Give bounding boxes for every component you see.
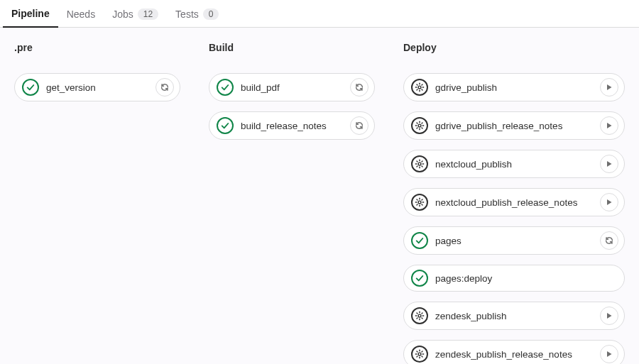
svg-point-27 bbox=[418, 201, 421, 204]
tab-label: Tests bbox=[175, 9, 199, 20]
job-name: gdrive_publish_release_notes bbox=[435, 121, 593, 131]
status-manual-icon bbox=[411, 155, 428, 172]
job-name: build_release_notes bbox=[241, 121, 343, 131]
stage-column: .preget_version bbox=[14, 42, 180, 111]
svg-line-53 bbox=[417, 356, 417, 357]
job-pill[interactable]: gdrive_publish_release_notes bbox=[403, 111, 625, 140]
status-manual-icon bbox=[411, 307, 428, 324]
tab-label: Jobs bbox=[112, 9, 133, 20]
svg-line-23 bbox=[417, 161, 417, 162]
svg-line-51 bbox=[422, 356, 422, 357]
svg-line-14 bbox=[417, 123, 417, 123]
retry-icon[interactable] bbox=[155, 78, 174, 96]
pipeline-tabs: PipelineNeedsJobs12Tests0 bbox=[0, 0, 639, 28]
svg-line-26 bbox=[417, 166, 417, 167]
tab-badge: 0 bbox=[203, 9, 219, 20]
play-icon[interactable] bbox=[600, 78, 618, 96]
job-pill[interactable]: build_pdf bbox=[209, 73, 375, 101]
tab-needs[interactable]: Needs bbox=[58, 1, 104, 28]
job-pill[interactable]: pages:deploy bbox=[403, 265, 625, 292]
job-pill[interactable]: gdrive_publish bbox=[403, 73, 625, 101]
tab-label: Pipeline bbox=[11, 8, 50, 19]
job-name: pages:deploy bbox=[435, 273, 618, 284]
svg-line-33 bbox=[422, 204, 422, 205]
svg-line-24 bbox=[422, 166, 422, 167]
status-passed-icon bbox=[411, 232, 428, 249]
svg-line-41 bbox=[417, 313, 417, 314]
status-passed-icon bbox=[217, 79, 234, 96]
play-icon[interactable] bbox=[600, 307, 618, 325]
stage-column: Deploygdrive_publishgdrive_publish_relea… bbox=[403, 42, 625, 364]
svg-line-17 bbox=[417, 128, 417, 128]
stage-title: Deploy bbox=[403, 42, 625, 53]
job-pill[interactable]: zendesk_publish bbox=[403, 302, 625, 330]
tab-label: Needs bbox=[67, 9, 95, 20]
svg-line-32 bbox=[417, 199, 417, 200]
job-name: get_version bbox=[46, 82, 148, 93]
svg-line-7 bbox=[422, 84, 422, 85]
tab-badge: 12 bbox=[138, 9, 158, 20]
svg-line-34 bbox=[422, 199, 422, 200]
job-name: nextcloud_publish_release_notes bbox=[435, 197, 593, 208]
status-manual-icon bbox=[411, 346, 428, 363]
tab-pipeline[interactable]: Pipeline bbox=[3, 1, 58, 28]
status-passed-icon bbox=[22, 79, 39, 96]
status-manual-icon bbox=[411, 194, 428, 211]
svg-line-5 bbox=[417, 84, 417, 85]
svg-line-50 bbox=[417, 351, 417, 352]
svg-point-18 bbox=[418, 162, 421, 165]
tab-tests[interactable]: Tests0 bbox=[167, 1, 227, 28]
play-icon[interactable] bbox=[600, 193, 618, 211]
svg-point-9 bbox=[418, 124, 421, 127]
svg-point-0 bbox=[418, 86, 421, 89]
play-icon[interactable] bbox=[600, 116, 618, 135]
svg-line-16 bbox=[422, 123, 422, 123]
retry-icon[interactable] bbox=[350, 78, 368, 96]
status-manual-icon bbox=[411, 79, 428, 96]
status-manual-icon bbox=[411, 117, 428, 134]
job-name: nextcloud_publish bbox=[435, 159, 593, 170]
play-icon[interactable] bbox=[600, 155, 618, 173]
job-pill[interactable]: build_release_notes bbox=[209, 111, 375, 140]
retry-icon[interactable] bbox=[600, 231, 618, 250]
job-pill[interactable]: pages bbox=[403, 226, 625, 255]
job-pill[interactable]: get_version bbox=[14, 73, 180, 101]
svg-line-35 bbox=[417, 204, 417, 205]
svg-point-45 bbox=[418, 353, 421, 355]
job-name: zendesk_publish bbox=[435, 311, 593, 321]
svg-line-8 bbox=[417, 89, 417, 90]
job-pill[interactable]: nextcloud_publish_release_notes bbox=[403, 188, 625, 216]
job-name: build_pdf bbox=[241, 82, 343, 93]
status-passed-icon bbox=[217, 117, 234, 134]
play-icon[interactable] bbox=[600, 345, 618, 363]
tab-jobs[interactable]: Jobs12 bbox=[104, 1, 167, 28]
retry-icon[interactable] bbox=[350, 116, 368, 135]
stage-title: .pre bbox=[14, 42, 180, 53]
status-passed-icon bbox=[411, 270, 428, 287]
pipeline-graph: .preget_versionBuildbuild_pdfbuild_relea… bbox=[0, 28, 639, 364]
stage-column: Buildbuild_pdfbuild_release_notes bbox=[209, 42, 375, 150]
job-name: zendesk_publish_release_notes bbox=[435, 349, 593, 360]
job-name: pages bbox=[435, 236, 593, 246]
job-name: gdrive_publish bbox=[435, 82, 593, 93]
job-pill[interactable]: nextcloud_publish bbox=[403, 150, 625, 178]
svg-point-36 bbox=[418, 314, 421, 317]
svg-line-15 bbox=[422, 128, 422, 128]
svg-line-52 bbox=[422, 351, 422, 352]
svg-line-25 bbox=[422, 161, 422, 162]
stage-title: Build bbox=[209, 42, 375, 53]
svg-line-44 bbox=[417, 318, 417, 319]
svg-line-43 bbox=[422, 313, 422, 314]
svg-line-42 bbox=[422, 318, 422, 319]
job-pill[interactable]: zendesk_publish_release_notes bbox=[403, 340, 625, 364]
svg-line-6 bbox=[422, 89, 422, 90]
